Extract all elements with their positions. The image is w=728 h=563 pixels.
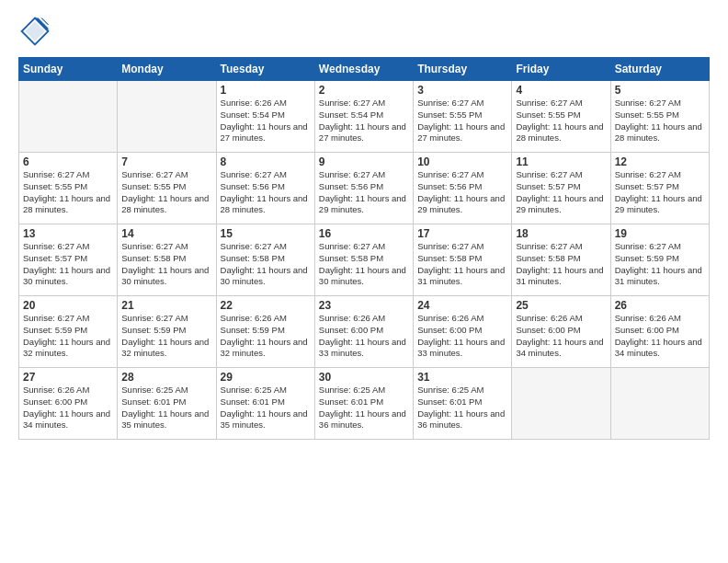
calendar-cell: 24Sunrise: 6:26 AM Sunset: 6:00 PM Dayli… <box>414 296 512 368</box>
day-info: Sunrise: 6:27 AM Sunset: 5:55 PM Dayligh… <box>417 98 507 144</box>
day-number: 2 <box>319 84 409 97</box>
day-info: Sunrise: 6:27 AM Sunset: 5:59 PM Dayligh… <box>121 313 211 360</box>
day-info: Sunrise: 6:27 AM Sunset: 5:56 PM Dayligh… <box>319 169 409 216</box>
day-number: 31 <box>417 371 507 384</box>
weekday-header: Sunday <box>19 58 118 81</box>
calendar-cell: 26Sunrise: 6:26 AM Sunset: 6:00 PM Dayli… <box>610 296 709 368</box>
calendar-week-row: 27Sunrise: 6:26 AM Sunset: 6:00 PM Dayli… <box>19 368 710 440</box>
calendar-cell: 1Sunrise: 6:26 AM Sunset: 5:54 PM Daylig… <box>216 81 314 153</box>
day-number: 14 <box>121 227 211 240</box>
calendar-cell: 27Sunrise: 6:26 AM Sunset: 6:00 PM Dayli… <box>19 368 118 440</box>
day-number: 26 <box>615 299 705 312</box>
calendar-cell: 17Sunrise: 6:27 AM Sunset: 5:58 PM Dayli… <box>414 224 512 296</box>
day-info: Sunrise: 6:27 AM Sunset: 5:58 PM Dayligh… <box>319 241 409 288</box>
day-number: 30 <box>319 371 409 384</box>
day-number: 8 <box>221 155 311 168</box>
calendar-cell: 13Sunrise: 6:27 AM Sunset: 5:57 PM Dayli… <box>19 224 118 296</box>
calendar-cell: 30Sunrise: 6:25 AM Sunset: 6:01 PM Dayli… <box>314 368 413 440</box>
day-number: 6 <box>23 155 113 168</box>
day-info: Sunrise: 6:27 AM Sunset: 5:59 PM Dayligh… <box>615 241 705 288</box>
day-info: Sunrise: 6:27 AM Sunset: 5:58 PM Dayligh… <box>121 241 211 288</box>
calendar-cell: 31Sunrise: 6:25 AM Sunset: 6:01 PM Dayli… <box>414 368 512 440</box>
calendar-cell <box>512 368 610 440</box>
calendar-cell: 19Sunrise: 6:27 AM Sunset: 5:59 PM Dayli… <box>610 224 709 296</box>
calendar-cell: 4Sunrise: 6:27 AM Sunset: 5:55 PM Daylig… <box>512 81 610 153</box>
day-number: 22 <box>221 299 311 312</box>
calendar-cell: 23Sunrise: 6:26 AM Sunset: 6:00 PM Dayli… <box>314 296 413 368</box>
day-info: Sunrise: 6:25 AM Sunset: 6:01 PM Dayligh… <box>417 385 507 431</box>
weekday-header: Wednesday <box>314 58 413 81</box>
day-info: Sunrise: 6:27 AM Sunset: 5:54 PM Dayligh… <box>319 98 409 144</box>
day-number: 13 <box>23 227 113 240</box>
weekday-header: Thursday <box>414 58 512 81</box>
day-info: Sunrise: 6:27 AM Sunset: 5:57 PM Dayligh… <box>23 241 113 288</box>
day-number: 11 <box>516 155 606 168</box>
calendar-cell: 16Sunrise: 6:27 AM Sunset: 5:58 PM Dayli… <box>314 224 413 296</box>
calendar-cell: 20Sunrise: 6:27 AM Sunset: 5:59 PM Dayli… <box>19 296 118 368</box>
day-info: Sunrise: 6:27 AM Sunset: 5:55 PM Dayligh… <box>23 169 113 216</box>
calendar-cell: 28Sunrise: 6:25 AM Sunset: 6:01 PM Dayli… <box>118 368 216 440</box>
day-info: Sunrise: 6:26 AM Sunset: 6:00 PM Dayligh… <box>23 385 113 431</box>
day-number: 12 <box>615 155 705 168</box>
day-info: Sunrise: 6:27 AM Sunset: 5:55 PM Dayligh… <box>516 98 606 144</box>
page: SundayMondayTuesdayWednesdayThursdayFrid… <box>0 0 728 563</box>
day-number: 4 <box>516 84 606 97</box>
day-info: Sunrise: 6:26 AM Sunset: 6:00 PM Dayligh… <box>319 313 409 360</box>
calendar-cell: 2Sunrise: 6:27 AM Sunset: 5:54 PM Daylig… <box>314 81 413 153</box>
weekday-header: Friday <box>512 58 610 81</box>
day-info: Sunrise: 6:25 AM Sunset: 6:01 PM Dayligh… <box>221 385 311 431</box>
calendar-cell <box>610 368 709 440</box>
day-number: 24 <box>417 299 507 312</box>
day-info: Sunrise: 6:27 AM Sunset: 5:59 PM Dayligh… <box>23 313 113 360</box>
calendar-cell: 6Sunrise: 6:27 AM Sunset: 5:55 PM Daylig… <box>19 153 118 224</box>
day-info: Sunrise: 6:27 AM Sunset: 5:55 PM Dayligh… <box>615 98 705 144</box>
day-info: Sunrise: 6:27 AM Sunset: 5:56 PM Dayligh… <box>221 169 311 216</box>
day-info: Sunrise: 6:27 AM Sunset: 5:57 PM Dayligh… <box>615 169 705 216</box>
calendar-cell: 22Sunrise: 6:26 AM Sunset: 5:59 PM Dayli… <box>216 296 314 368</box>
day-number: 5 <box>615 84 705 97</box>
calendar-cell: 21Sunrise: 6:27 AM Sunset: 5:59 PM Dayli… <box>118 296 216 368</box>
calendar-cell: 12Sunrise: 6:27 AM Sunset: 5:57 PM Dayli… <box>610 153 709 224</box>
calendar-cell: 29Sunrise: 6:25 AM Sunset: 6:01 PM Dayli… <box>216 368 314 440</box>
calendar-week-row: 13Sunrise: 6:27 AM Sunset: 5:57 PM Dayli… <box>19 224 710 296</box>
day-info: Sunrise: 6:26 AM Sunset: 6:00 PM Dayligh… <box>615 313 705 360</box>
day-number: 19 <box>615 227 705 240</box>
day-number: 17 <box>417 227 507 240</box>
calendar-cell <box>118 81 216 153</box>
calendar-cell: 3Sunrise: 6:27 AM Sunset: 5:55 PM Daylig… <box>414 81 512 153</box>
calendar-cell: 15Sunrise: 6:27 AM Sunset: 5:58 PM Dayli… <box>216 224 314 296</box>
calendar-cell: 5Sunrise: 6:27 AM Sunset: 5:55 PM Daylig… <box>610 81 709 153</box>
calendar-cell: 7Sunrise: 6:27 AM Sunset: 5:55 PM Daylig… <box>118 153 216 224</box>
day-number: 18 <box>516 227 606 240</box>
weekday-header: Tuesday <box>216 58 314 81</box>
day-info: Sunrise: 6:27 AM Sunset: 5:58 PM Dayligh… <box>417 241 507 288</box>
calendar-cell: 9Sunrise: 6:27 AM Sunset: 5:56 PM Daylig… <box>314 153 413 224</box>
logo-icon <box>18 15 51 48</box>
weekday-header-row: SundayMondayTuesdayWednesdayThursdayFrid… <box>19 58 710 81</box>
day-info: Sunrise: 6:26 AM Sunset: 5:59 PM Dayligh… <box>221 313 311 360</box>
logo <box>18 15 55 48</box>
calendar-cell: 8Sunrise: 6:27 AM Sunset: 5:56 PM Daylig… <box>216 153 314 224</box>
calendar-cell: 10Sunrise: 6:27 AM Sunset: 5:56 PM Dayli… <box>414 153 512 224</box>
header <box>18 15 710 48</box>
day-number: 7 <box>121 155 211 168</box>
day-number: 23 <box>319 299 409 312</box>
calendar-cell: 14Sunrise: 6:27 AM Sunset: 5:58 PM Dayli… <box>118 224 216 296</box>
day-number: 9 <box>319 155 409 168</box>
day-info: Sunrise: 6:26 AM Sunset: 5:54 PM Dayligh… <box>221 98 311 144</box>
day-number: 15 <box>221 227 311 240</box>
calendar-cell: 25Sunrise: 6:26 AM Sunset: 6:00 PM Dayli… <box>512 296 610 368</box>
day-info: Sunrise: 6:27 AM Sunset: 5:58 PM Dayligh… <box>516 241 606 288</box>
calendar-cell: 18Sunrise: 6:27 AM Sunset: 5:58 PM Dayli… <box>512 224 610 296</box>
calendar-week-row: 1Sunrise: 6:26 AM Sunset: 5:54 PM Daylig… <box>19 81 710 153</box>
day-number: 29 <box>221 371 311 384</box>
day-info: Sunrise: 6:26 AM Sunset: 6:00 PM Dayligh… <box>516 313 606 360</box>
calendar-week-row: 20Sunrise: 6:27 AM Sunset: 5:59 PM Dayli… <box>19 296 710 368</box>
calendar-cell: 11Sunrise: 6:27 AM Sunset: 5:57 PM Dayli… <box>512 153 610 224</box>
day-info: Sunrise: 6:27 AM Sunset: 5:58 PM Dayligh… <box>221 241 311 288</box>
calendar-week-row: 6Sunrise: 6:27 AM Sunset: 5:55 PM Daylig… <box>19 153 710 224</box>
day-info: Sunrise: 6:26 AM Sunset: 6:00 PM Dayligh… <box>417 313 507 360</box>
day-info: Sunrise: 6:27 AM Sunset: 5:55 PM Dayligh… <box>121 169 211 216</box>
day-number: 3 <box>417 84 507 97</box>
day-number: 10 <box>417 155 507 168</box>
